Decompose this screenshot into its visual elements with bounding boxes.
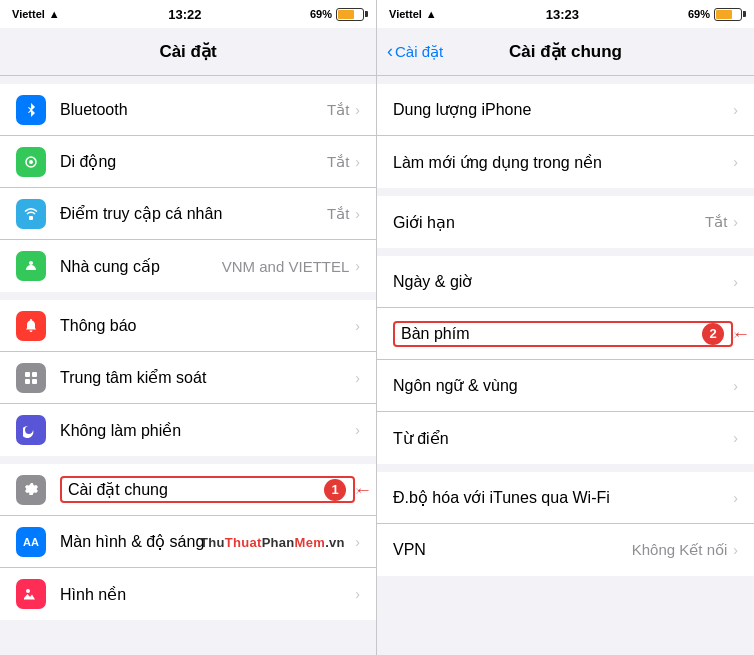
hotspot-value: Tắt — [327, 205, 349, 223]
svg-rect-5 — [25, 379, 30, 384]
keyboard-label: Bàn phím — [393, 321, 733, 347]
notification-icon — [16, 311, 46, 341]
wallpaper-label: Hình nền — [60, 585, 355, 604]
left-wifi-icon: ▲ — [49, 8, 60, 20]
right-nav-bar: ‹ Cài đặt Cài đặt chung — [377, 28, 754, 76]
left-status-bar: Viettel ▲ 13:22 69% — [0, 0, 376, 28]
dictionary-label: Từ điển — [393, 429, 733, 448]
right-nav-title: Cài đặt chung — [509, 41, 622, 62]
svg-rect-6 — [32, 379, 37, 384]
watermark-phan: Phan — [262, 535, 295, 550]
hotspot-label: Điểm truy cập cá nhân — [60, 204, 327, 223]
svg-rect-2 — [29, 216, 33, 220]
right-group-1: Dung lượng iPhone › Làm mới ứng dụng tro… — [377, 84, 754, 188]
dnd-icon — [16, 415, 46, 445]
control-center-chevron: › — [355, 370, 360, 386]
left-status-right: 69% — [310, 8, 364, 21]
list-item[interactable]: Bluetooth Tắt › — [0, 84, 376, 136]
list-item[interactable]: Làm mới ứng dụng trong nền › — [377, 136, 754, 188]
restrictions-value: Tắt — [705, 213, 727, 231]
right-time: 13:23 — [546, 7, 579, 22]
back-arrow-icon: ‹ — [387, 41, 393, 62]
back-label: Cài đặt — [395, 43, 443, 61]
right-group-2: Giới hạn Tắt › — [377, 196, 754, 248]
svg-rect-3 — [25, 372, 30, 377]
left-battery-icon — [336, 8, 364, 21]
di-dong-chevron: › — [355, 154, 360, 170]
right-group-4: Đ.bộ hóa với iTunes qua Wi-Fi › VPN Khôn… — [377, 472, 754, 576]
itunes-wifi-label: Đ.bộ hóa với iTunes qua Wi-Fi — [393, 488, 733, 507]
di-dong-label: Di động — [60, 152, 327, 171]
right-wifi-icon: ▲ — [426, 8, 437, 20]
storage-chevron: › — [733, 102, 738, 118]
bluetooth-value: Tắt — [327, 101, 349, 119]
list-item[interactable]: Thông báo › — [0, 300, 376, 352]
list-item-general[interactable]: Cài đặt chung › 1 ← — [0, 464, 376, 516]
list-item[interactable]: Đ.bộ hóa với iTunes qua Wi-Fi › — [377, 472, 754, 524]
wallpaper-icon — [16, 579, 46, 609]
carrier-value: VNM and VIETTEL — [222, 258, 350, 275]
left-carrier: Viettel — [12, 8, 45, 20]
right-carrier: Viettel — [389, 8, 422, 20]
dnd-label: Không làm phiền — [60, 421, 355, 440]
datetime-chevron: › — [733, 274, 738, 290]
left-battery-pct: 69% — [310, 8, 332, 20]
left-status-left: Viettel ▲ — [12, 8, 60, 20]
watermark-thuat: Thuat — [225, 535, 262, 550]
list-item[interactable]: Điểm truy cập cá nhân Tắt › — [0, 188, 376, 240]
list-item[interactable]: Trung tâm kiểm soát › — [0, 352, 376, 404]
notification-chevron: › — [355, 318, 360, 334]
vpn-value: Không Kết nối — [632, 541, 728, 559]
right-settings-list[interactable]: Dung lượng iPhone › Làm mới ứng dụng tro… — [377, 76, 754, 655]
left-time: 13:22 — [168, 7, 201, 22]
list-item[interactable]: Nhà cung cấp VNM and VIETTEL › — [0, 240, 376, 292]
red-arrow-2: ← — [732, 325, 750, 343]
dictionary-chevron: › — [733, 430, 738, 446]
left-nav-title: Cài đặt — [159, 41, 216, 62]
right-status-left: Viettel ▲ — [389, 8, 437, 20]
bluetooth-label: Bluetooth — [60, 101, 327, 119]
itunes-wifi-chevron: › — [733, 490, 738, 506]
list-item[interactable]: Không làm phiền › — [0, 404, 376, 456]
left-group-2: Thông báo › Trung tâm kiểm soát › Không … — [0, 300, 376, 456]
list-item[interactable]: Di động Tắt › — [0, 136, 376, 188]
right-group-3: Ngày & giờ › Bàn phím › 2 ← Ngôn ngữ & v… — [377, 256, 754, 464]
restrictions-chevron: › — [733, 214, 738, 230]
list-item[interactable]: Dung lượng iPhone › — [377, 84, 754, 136]
control-center-icon — [16, 363, 46, 393]
list-item-keyboard[interactable]: Bàn phím › 2 ← — [377, 308, 754, 360]
di-dong-value: Tắt — [327, 153, 349, 171]
display-chevron: › — [355, 534, 360, 550]
carrier-label: Nhà cung cấp — [60, 257, 222, 276]
list-item[interactable]: Ngôn ngữ & vùng › — [377, 360, 754, 412]
right-status-bar: Viettel ▲ 13:23 69% — [377, 0, 754, 28]
display-icon: AA — [16, 527, 46, 557]
svg-rect-4 — [32, 372, 37, 377]
badge-2: 2 — [702, 323, 724, 345]
left-group-1: Bluetooth Tắt › Di động Tắt › Điểm — [0, 84, 376, 292]
left-panel: Viettel ▲ 13:22 69% Cài đặt Bluetooth — [0, 0, 377, 655]
bluetooth-icon — [16, 95, 46, 125]
list-item[interactable]: Ngày & giờ › — [377, 256, 754, 308]
list-item[interactable]: Từ điển › — [377, 412, 754, 464]
right-panel: Viettel ▲ 13:23 69% ‹ Cài đặt Cài đặt ch… — [377, 0, 754, 655]
svg-point-7 — [26, 589, 30, 593]
watermark-thu: Thu — [200, 535, 225, 550]
vpn-chevron: › — [733, 542, 738, 558]
left-settings-list[interactable]: Bluetooth Tắt › Di động Tắt › Điểm — [0, 76, 376, 655]
svg-point-1 — [29, 160, 33, 164]
left-nav-bar: Cài đặt — [0, 28, 376, 76]
list-item[interactable]: Hình nền › — [0, 568, 376, 620]
list-item[interactable]: VPN Không Kết nối › — [377, 524, 754, 576]
cellular-icon — [16, 147, 46, 177]
bg-refresh-chevron: › — [733, 154, 738, 170]
watermark-vn: .vn — [325, 535, 345, 550]
right-status-right: 69% — [688, 8, 742, 21]
list-item[interactable]: Giới hạn Tắt › — [377, 196, 754, 248]
right-battery-pct: 69% — [688, 8, 710, 20]
back-button[interactable]: ‹ Cài đặt — [387, 41, 443, 62]
bluetooth-chevron: › — [355, 102, 360, 118]
dnd-chevron: › — [355, 422, 360, 438]
general-settings-label: Cài đặt chung — [60, 476, 355, 503]
hotspot-chevron: › — [355, 206, 360, 222]
